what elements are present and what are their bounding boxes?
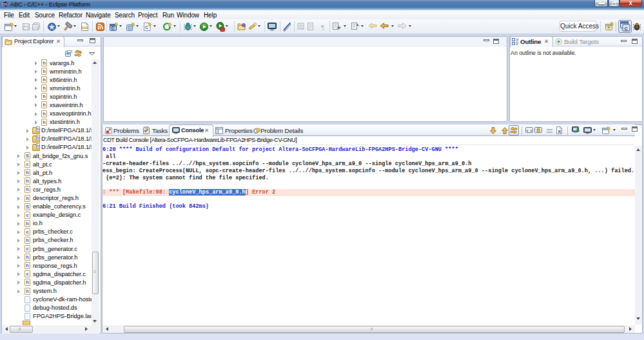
svg-text:010: 010 xyxy=(82,26,88,30)
svg-text:C: C xyxy=(625,26,629,32)
svg-text:¶: ¶ xyxy=(321,23,324,31)
svg-text:C: C xyxy=(145,25,148,30)
svg-text:C: C xyxy=(112,26,115,30)
